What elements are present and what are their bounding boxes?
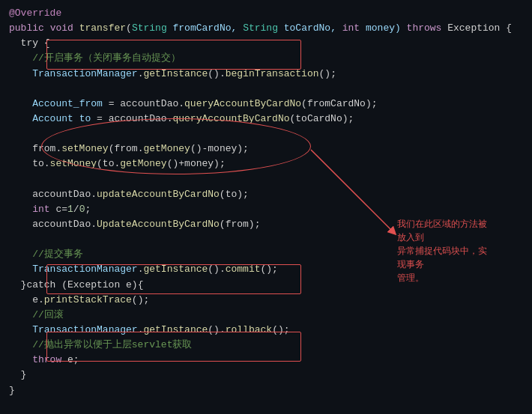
code-line: to.setMoney(to.getMoney()+money); bbox=[9, 156, 523, 171]
code-line: TransactionManager.getInstance().rollbac… bbox=[9, 323, 523, 338]
code-line: //抛出异常以便于上层servlet获取 bbox=[9, 338, 523, 353]
code-line bbox=[9, 82, 523, 97]
code-editor: @Overridepublic void transfer(String fro… bbox=[0, 0, 532, 414]
code-line: //回滚 bbox=[9, 308, 523, 323]
code-line: TransactionManager.getInstance().beginTr… bbox=[9, 67, 523, 82]
code-line: from.setMoney(from.getMoney()-money); bbox=[9, 141, 523, 156]
code-line: int c=1/0; bbox=[9, 202, 523, 217]
code-line: accountDao.updateAccountByCardNo(to); bbox=[9, 187, 523, 202]
code-line bbox=[9, 127, 523, 141]
code-line: public void transfer(String fromCardNo, … bbox=[9, 21, 523, 36]
code-line bbox=[9, 172, 523, 187]
code-line: } bbox=[9, 368, 523, 383]
code-line: try { bbox=[9, 36, 523, 51]
code-line: e.printStackTrace(); bbox=[9, 293, 523, 308]
annotation-text: 我们在此区域的方法被放入到异常捕捉代码块中，实现事务管理。 bbox=[397, 217, 495, 284]
code-line: @Override bbox=[9, 6, 523, 21]
code-lines: @Overridepublic void transfer(String fro… bbox=[9, 6, 523, 398]
code-line: Account to = accountDao.queryAccountByCa… bbox=[9, 112, 523, 127]
code-line: throw e; bbox=[9, 353, 523, 368]
code-line: Account_from = accountDao.queryAccountBy… bbox=[9, 97, 523, 112]
code-line: } bbox=[9, 383, 523, 398]
code-line: //开启事务（关闭事务自动提交） bbox=[9, 51, 523, 66]
